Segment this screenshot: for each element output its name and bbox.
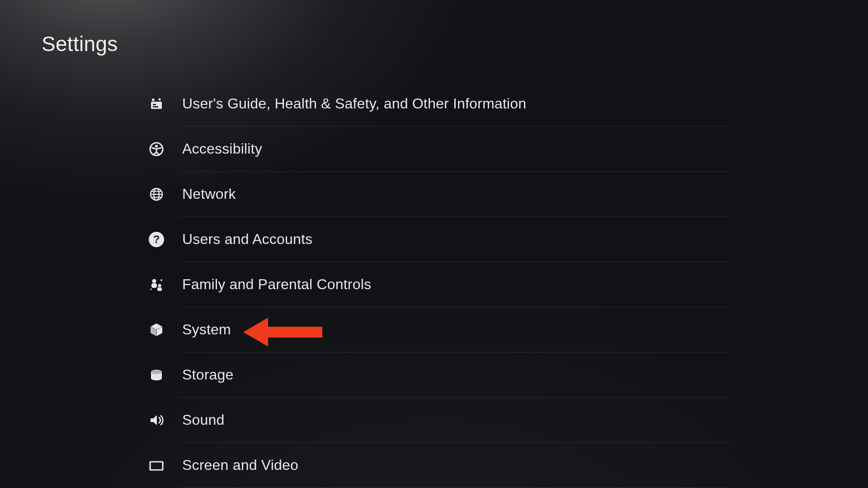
screen-icon (147, 456, 166, 475)
menu-item-sound-label: Sound (182, 412, 225, 428)
menu-item-sound[interactable]: Sound (147, 398, 730, 442)
menu-item-family-label: Family and Parental Controls (182, 276, 371, 293)
menu-item-accessibility-label: Accessibility (182, 141, 262, 157)
menu-item-system-label: System (182, 321, 231, 338)
users-icon: ? (147, 230, 166, 249)
storage-icon (147, 366, 166, 385)
menu-item-screen-video[interactable]: Screen and Video (147, 443, 730, 488)
menu-item-storage-label: Storage (182, 366, 233, 383)
network-icon (147, 185, 166, 204)
menu-item-family[interactable]: Family and Parental Controls (147, 262, 730, 307)
settings-menu: User's Guide, Health & Safety, and Other… (147, 81, 730, 488)
menu-item-user-guide[interactable]: User's Guide, Health & Safety, and Other… (147, 81, 730, 126)
family-icon (147, 275, 166, 294)
menu-item-network-label: Network (182, 186, 236, 202)
menu-item-user-guide-label: User's Guide, Health & Safety, and Other… (182, 95, 526, 112)
accessibility-icon (147, 140, 166, 159)
menu-item-system[interactable]: System (147, 307, 730, 352)
menu-item-storage[interactable]: Storage (147, 352, 730, 397)
menu-item-users-accounts[interactable]: ?Users and Accounts (147, 217, 730, 262)
menu-item-screen-video-label: Screen and Video (182, 457, 298, 474)
menu-item-network[interactable]: Network (147, 172, 730, 216)
sound-icon (147, 411, 166, 430)
page-title: Settings (42, 32, 118, 56)
guide-icon (147, 94, 166, 113)
system-icon (147, 320, 166, 339)
menu-item-users-accounts-label: Users and Accounts (182, 231, 312, 248)
menu-item-accessibility[interactable]: Accessibility (147, 127, 730, 171)
